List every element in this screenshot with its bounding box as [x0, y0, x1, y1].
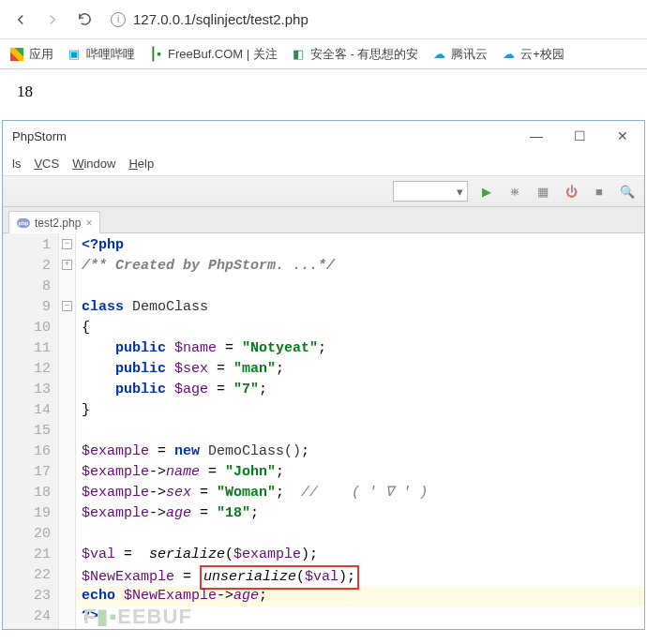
- debug-button[interactable]: ⛯: [505, 182, 524, 201]
- coverage-button[interactable]: ▦: [534, 182, 552, 201]
- maximize-button[interactable]: ☐: [558, 121, 601, 151]
- fold-toggle[interactable]: +: [62, 260, 72, 270]
- line-gutter: 1 2 8 9 10 11 12 13 14 15 16 17 18 19 20…: [3, 233, 59, 629]
- url-text: 127.0.0.1/sqlinject/test2.php: [133, 11, 308, 27]
- forward-button[interactable]: [39, 7, 66, 33]
- menu-window[interactable]: Window: [67, 155, 121, 172]
- minimize-button[interactable]: —: [515, 121, 558, 151]
- address-bar[interactable]: i 127.0.0.1/sqlinject/test2.php: [103, 6, 639, 34]
- php-file-icon: php: [17, 218, 30, 228]
- close-button[interactable]: ✕: [601, 121, 644, 151]
- site-info-icon[interactable]: i: [111, 12, 126, 27]
- tab-close-icon[interactable]: ×: [85, 217, 92, 230]
- editor-tabs: php test2.php ×: [3, 207, 644, 233]
- run-config-dropdown[interactable]: ▾: [393, 181, 468, 202]
- run-button[interactable]: ▶: [477, 182, 496, 201]
- apps-icon: [9, 47, 24, 62]
- bookmark-anquanke[interactable]: ◧ 安全客 - 有思想的安: [291, 46, 419, 63]
- cloud-icon: ☁: [501, 47, 516, 62]
- fold-toggle[interactable]: −: [62, 239, 72, 249]
- back-button[interactable]: [8, 7, 34, 33]
- bilibili-icon: ▣: [67, 47, 82, 62]
- stop-listen-button[interactable]: ⏻: [562, 182, 580, 201]
- window-title: PhpStorm: [12, 129, 67, 143]
- fold-toggle[interactable]: −: [62, 301, 72, 311]
- phpstorm-window: PhpStorm — ☐ ✕ ls VCS Window Help ▾ ▶ ⛯ …: [2, 120, 645, 630]
- bookmark-bilibili[interactable]: ▣ 哔哩哔哩: [67, 46, 135, 63]
- browser-nav-bar: i 127.0.0.1/sqlinject/test2.php: [0, 0, 647, 39]
- bookmark-freebuf[interactable]: ⎮▪ FreeBuf.COM | 关注: [148, 46, 278, 63]
- code-editor[interactable]: 1 2 8 9 10 11 12 13 14 15 16 17 18 19 20…: [3, 233, 644, 629]
- reload-button[interactable]: [71, 7, 98, 33]
- search-button[interactable]: 🔍: [618, 182, 637, 201]
- freebuf-icon: ⎮▪: [148, 47, 163, 62]
- tab-test2php[interactable]: php test2.php ×: [8, 211, 100, 233]
- menu-vcs[interactable]: VCS: [28, 155, 65, 172]
- toolbar: ▾ ▶ ⛯ ▦ ⏻ ■ 🔍: [3, 175, 644, 207]
- window-controls: — ☐ ✕: [515, 121, 644, 151]
- bookmark-tencent-cloud[interactable]: ☁ 腾讯云: [431, 46, 488, 63]
- bookmark-cloud-campus[interactable]: ☁ 云+校园: [501, 46, 564, 63]
- stop-button[interactable]: ■: [590, 182, 609, 201]
- fold-column: − + −: [59, 233, 76, 629]
- anquanke-icon: ◧: [291, 47, 306, 62]
- bookmark-apps[interactable]: 应用: [9, 46, 53, 63]
- menu-tools[interactable]: ls: [7, 155, 26, 172]
- bookmarks-bar: 应用 ▣ 哔哩哔哩 ⎮▪ FreeBuf.COM | 关注 ◧ 安全客 - 有思…: [0, 39, 647, 69]
- cloud-icon: ☁: [431, 47, 446, 62]
- page-body-output: 18: [0, 69, 647, 114]
- menu-help[interactable]: Help: [123, 155, 159, 172]
- code-area[interactable]: <?php /** Created by PhpStorm. ...*/ cla…: [76, 233, 644, 629]
- menubar: ls VCS Window Help: [3, 151, 644, 175]
- titlebar[interactable]: PhpStorm — ☐ ✕: [3, 121, 644, 151]
